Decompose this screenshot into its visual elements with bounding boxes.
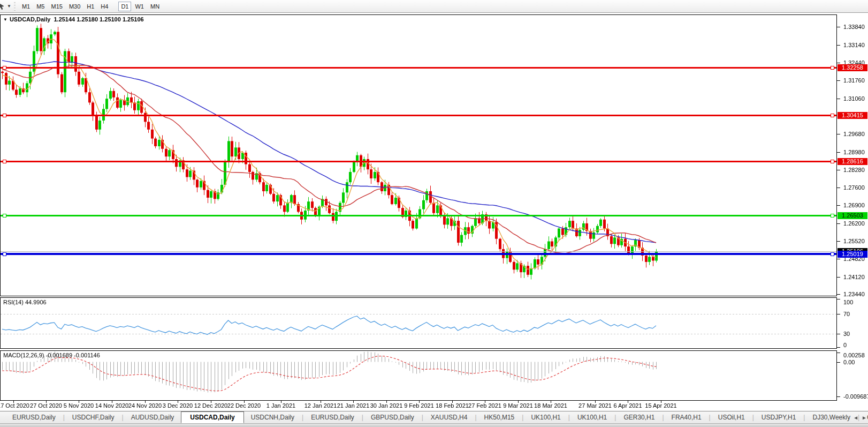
price-tick-label: 1.31760 <box>843 77 865 84</box>
tab-scroll-right-icon[interactable]: ► <box>862 415 867 421</box>
time-tick-label: 9 Mar 2021 <box>503 402 533 409</box>
chart-tab-dj30-weekly[interactable]: DJ30,Weekly <box>805 412 857 423</box>
time-tick-label: 18 Feb 2021 <box>436 402 469 409</box>
tab-separator: | <box>522 414 523 421</box>
tab-separator: | <box>614 414 616 421</box>
tab-scroll-left-icon[interactable]: ◄ <box>853 415 858 421</box>
time-tick-label: 14 Nov 2020 <box>95 402 128 409</box>
timeframe-button-d1[interactable]: D1 <box>118 2 131 11</box>
time-tick-label: 27 Oct 2020 <box>30 402 62 409</box>
chart-title: ▼USDCAD,Daily 1.25144 1.25180 1.25100 1.… <box>3 16 144 23</box>
price-tick-label: 1.26900 <box>843 202 865 208</box>
price-tick-label: 1.23440 <box>843 291 865 297</box>
time-tick-label: 3 Dec 2020 <box>163 402 193 409</box>
tab-scroll-arrows: ◄ ► <box>853 412 867 423</box>
rsi-tick-label: 0 <box>843 342 847 348</box>
macd-tick-label: 0.00 <box>843 359 855 365</box>
chart-symbol: USDCAD,Daily <box>10 16 50 23</box>
chart-canvas[interactable] <box>0 0 868 408</box>
chart-tab-eurusd-daily[interactable]: EURUSD,Daily <box>304 412 361 423</box>
chart-tab-hk50-m15[interactable]: HK50,M15 <box>477 412 522 423</box>
tab-separator: | <box>362 414 363 421</box>
time-tick-label: 9 Feb 2021 <box>404 402 434 409</box>
timeframe-toolbar: ▼ M1M5M15M30H1H4D1W1MN <box>0 0 868 13</box>
price-tick-label: 1.28280 <box>843 167 865 173</box>
hline-price-tag: 1.32258 <box>837 64 867 71</box>
price-tick-label: 1.33840 <box>843 24 865 30</box>
chart-tab-fra40-h1[interactable]: FRA40,H1 <box>665 412 709 423</box>
chart-tab-usoil-h1[interactable]: USOil,H1 <box>711 412 752 423</box>
tab-separator: | <box>568 414 570 421</box>
toolbar-grip-handle[interactable] <box>14 2 16 11</box>
time-tick-label: 24 Nov 2020 <box>128 402 162 409</box>
chart-tab-usdcad-daily[interactable]: USDCAD,Daily <box>181 411 243 423</box>
tab-separator: | <box>302 414 303 421</box>
chart-tab-xauusd-h4[interactable]: XAUUSD,H4 <box>424 412 475 423</box>
chart-tab-eurusd-daily[interactable]: EURUSD,Daily <box>5 412 63 423</box>
chart-cursor-icon[interactable] <box>0 2 6 11</box>
rsi-label: RSI(14) 44.9906 <box>3 299 47 305</box>
price-tick-label: 1.31060 <box>843 95 865 102</box>
chart-tab-usdjpy-h1[interactable]: USDJPY,H1 <box>755 412 803 423</box>
macd-tick-label: -0.009687 <box>843 393 868 400</box>
chart-tab-uk100-h1[interactable]: UK100,H1 <box>570 412 614 423</box>
time-tick-label: 6 Apr 2021 <box>613 402 642 409</box>
price-tick-label: 1.27600 <box>843 184 865 191</box>
tab-separator: | <box>475 414 476 421</box>
price-tick-label: 1.29680 <box>843 131 865 137</box>
price-tick-label: 1.24120 <box>843 274 865 280</box>
timeframe-button-h4[interactable]: H4 <box>98 2 111 11</box>
tab-separator: | <box>63 414 65 421</box>
time-tick-label: 15 Apr 2021 <box>645 402 676 409</box>
trading-terminal-window: ▼ M1M5M15M30H1H4D1W1MN ▼USDCAD,Daily 1.2… <box>0 0 868 427</box>
time-tick-label: 21 Jan 2021 <box>337 402 370 409</box>
time-tick-label: 1 Jan 2021 <box>267 402 295 409</box>
rsi-tick-label: 30 <box>843 331 850 337</box>
timeframe-buttons: M1M5M15M30H1H4D1W1MN <box>19 3 169 10</box>
price-tick-label: 1.28980 <box>843 149 865 155</box>
time-tick-label: 18 Mar 2021 <box>534 402 567 409</box>
time-tick-label: 30 Jan 2021 <box>370 402 403 409</box>
rsi-tick-label: 70 <box>843 311 850 317</box>
chart-tab-ger30-h1[interactable]: GER30,H1 <box>616 412 661 423</box>
tab-separator: | <box>709 414 711 421</box>
chart-tab-audusd-daily[interactable]: AUDUSD,Daily <box>124 412 181 423</box>
price-tick-label: 1.33140 <box>843 42 865 48</box>
tab-separator: | <box>803 414 805 421</box>
timeframe-button-m5[interactable]: M5 <box>34 2 47 11</box>
timeframe-button-h1[interactable]: H1 <box>84 2 97 11</box>
hline-price-tag: 1.26503 <box>837 212 867 219</box>
time-tick-label: 12 Jan 2021 <box>304 402 337 409</box>
time-tick-label: 22 Dec 2020 <box>227 402 261 409</box>
timeframe-button-m30[interactable]: M30 <box>66 2 83 11</box>
hline-price-tag: 1.30415 <box>837 112 867 119</box>
chart-tab-uk100-h1[interactable]: UK100,H1 <box>524 412 567 423</box>
timeframe-button-mn[interactable]: MN <box>148 2 162 11</box>
time-tick-label: 17 Oct 2020 <box>0 402 29 409</box>
timeframe-button-m15[interactable]: M15 <box>48 2 65 11</box>
chart-tab-gbpusd-daily[interactable]: GBPUSD,Daily <box>364 412 421 423</box>
tab-separator: | <box>422 414 423 421</box>
timeframe-button-m1[interactable]: M1 <box>19 2 33 11</box>
hline-price-tag: 1.28616 <box>837 158 867 165</box>
time-tick-label: 27 Feb 2021 <box>468 402 501 409</box>
timeframe-button-w1[interactable]: W1 <box>132 2 147 11</box>
rsi-tick-label: 100 <box>843 299 853 305</box>
tab-separator: | <box>752 414 754 421</box>
chart-tab-bar: EURUSD,Daily|USDCHF,Daily|AUDUSD,DailyUS… <box>0 411 868 424</box>
macd-tick-label: 0.00258 <box>843 352 865 358</box>
hline-price-tag: 1.25019 <box>837 251 867 258</box>
time-tick-label: 12 Dec 2020 <box>194 402 227 409</box>
macd-label: MACD(12,26,9) -0.001689 -0.001146 <box>3 352 100 358</box>
time-tick-label: 27 Mar 2021 <box>578 402 612 409</box>
time-tick-label: 5 Nov 2020 <box>64 402 94 409</box>
chart-tab-usdchf-daily[interactable]: USDCHF,Daily <box>65 412 121 423</box>
price-tick-label: 1.25520 <box>843 238 865 244</box>
tab-separator: | <box>122 414 124 421</box>
price-tick-label: 1.26200 <box>843 220 865 227</box>
chart-ohlc-values: 1.25144 1.25180 1.25100 1.25106 <box>54 16 143 23</box>
tab-separator: | <box>662 414 664 421</box>
cursor-dropdown-icon[interactable]: ▼ <box>7 4 11 9</box>
symbol-dropdown-icon[interactable]: ▼ <box>3 17 7 22</box>
chart-tab-usdcnh-daily[interactable]: USDCNH,Daily <box>244 412 301 423</box>
